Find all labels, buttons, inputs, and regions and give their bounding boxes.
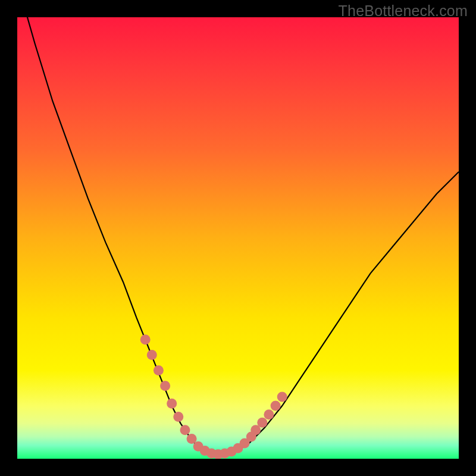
highlight-marker	[264, 409, 274, 419]
highlight-marker	[147, 350, 157, 360]
highlight-marker	[277, 392, 287, 402]
plot-area	[17, 17, 459, 459]
highlight-marker	[140, 334, 151, 345]
bottleneck-curve	[17, 17, 459, 455]
highlight-marker	[180, 425, 190, 435]
chart-frame: TheBottleneck.com	[0, 0, 476, 476]
highlight-marker	[173, 412, 183, 422]
highlight-markers	[140, 334, 287, 459]
curve-layer	[17, 17, 459, 459]
highlight-marker	[154, 365, 164, 375]
watermark-label: TheBottleneck.com	[339, 2, 468, 20]
highlight-marker	[160, 381, 170, 391]
highlight-marker	[271, 401, 281, 411]
highlight-marker	[167, 399, 177, 409]
highlight-marker	[257, 418, 267, 428]
